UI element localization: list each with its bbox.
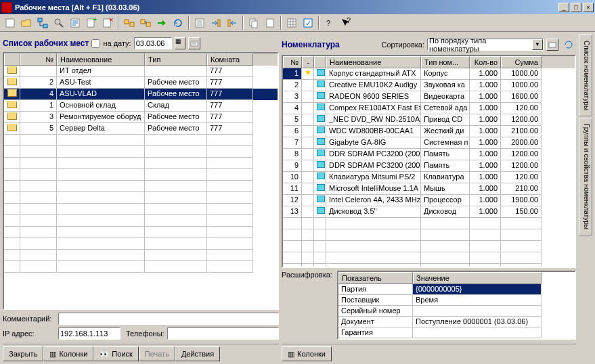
table-row[interactable] [283,241,575,252]
refresh-right-icon[interactable] [561,37,576,52]
phones-input[interactable] [167,327,279,340]
table-row[interactable] [4,158,278,169]
table-row[interactable]: 9DDR SDRAM PC3200 (200Память1.0001200.00 [283,160,575,172]
table-row[interactable]: 5Сервер DeltaРабочее место777 [4,123,278,135]
tool-settings-icon[interactable]: ✓ [301,16,315,30]
table-row[interactable]: 10Клавиатура Mitsumi PS/2Клавиатура1.000… [283,172,575,183]
detail-row[interactable]: Серийный номер [338,306,575,317]
table-row[interactable]: 3RADEON 9600 SERIESВидеокарта1.0001600.0… [283,91,575,103]
nomenclature-grid[interactable]: № - Наименование Тип ном... Кол-во Сумма… [282,55,576,268]
detail-row[interactable]: Гарантия [338,327,575,338]
tool-arrow-right-icon[interactable] [154,16,169,30]
print-button[interactable]: Печать [139,346,175,361]
table-row[interactable] [283,229,575,241]
date-checkbox[interactable] [91,39,100,48]
columns-button-right[interactable]: ▥ Колонки [282,346,332,361]
tool-find-icon[interactable] [51,16,66,30]
table-row[interactable] [283,218,575,229]
col-num-r[interactable]: № [283,56,302,68]
detail-row[interactable]: ДокументПоступление 0000001 (03.03.06) [338,317,575,327]
tool-add-icon[interactable]: + [84,16,99,30]
comment-input[interactable] [58,313,279,325]
table-row[interactable]: 8DDR SDRAM PC3200 (200Память1.0001200.00 [283,149,575,160]
detail-row[interactable]: ПоставщикВремя [338,295,575,306]
table-row[interactable]: 4Compex RE100ATX Fast EtСетевой ада1.000… [283,103,575,114]
table-row[interactable]: ИТ отдел777 [4,66,278,77]
workplaces-grid[interactable]: № Наименование Тип Комната ИТ отдел7772A… [3,52,279,310]
col-flag-r[interactable]: - [302,56,314,68]
table-row[interactable]: 4ASU-VLADРабочее место777 [4,89,278,100]
close-window-button[interactable]: × [583,3,594,12]
col-type[interactable]: Тип [145,53,207,66]
date-input[interactable] [134,37,172,49]
tool-copy-icon[interactable] [246,16,261,30]
side-tab-nomenclature-list[interactable]: Список номенклатуры [579,35,592,116]
col-name-r[interactable]: Наименование [326,56,421,68]
detail-row[interactable]: Партия{0000000005} [338,284,575,295]
side-tab-groups-props[interactable]: Группы и свойства номенклатуры [579,118,592,235]
pager-icon-right[interactable] [546,39,558,51]
table-row[interactable] [283,252,575,264]
table-row[interactable] [4,169,278,181]
col-type-r[interactable]: Тип ном... [421,56,470,68]
table-row[interactable]: 3Ремонтируемое оборудРабочее место777 [4,112,278,123]
col-qty-r[interactable]: Кол-во [470,56,501,68]
table-row[interactable]: 7Gigabyte GA-8IGСистемная п1.0002000.00 [283,137,575,149]
tool-delete-icon[interactable]: × [100,16,115,30]
tool-grid-icon[interactable] [284,16,299,30]
tool-export-icon[interactable] [208,16,223,30]
svg-rect-1 [38,18,42,22]
minimize-button[interactable]: _ [558,3,569,12]
tool-doc-icon[interactable] [263,16,278,30]
table-row[interactable] [4,204,278,215]
table-row[interactable]: 2ASU-TestРабочее место777 [4,77,278,89]
table-row[interactable] [4,261,278,273]
table-row[interactable]: 1Основной складСклад777 [4,100,278,112]
table-row[interactable] [4,192,278,204]
detail-grid[interactable]: Показатель Значение Партия{0000000005}По… [337,271,576,340]
tool-import-icon[interactable] [225,16,240,30]
table-row[interactable]: 11Microsoft IntelliMouse 1.1AМышь1.00021… [283,183,575,195]
maximize-button[interactable]: □ [571,3,581,12]
table-row[interactable]: 12Intel Celeron 4A, 2433 MHzПроцессор1.0… [283,195,575,206]
toolbar: + × ✓ ? ? [0,14,595,32]
detail-col-val[interactable]: Значение [413,272,542,284]
table-row[interactable] [4,215,278,227]
table-row[interactable] [283,264,575,267]
table-row[interactable]: 13Дисковод 3.5''Дисковод1.000150.00 [283,206,575,218]
table-row[interactable]: 5_NEC DVD_RW ND-2510AПривод CD1.0001200.… [283,114,575,126]
pager-icon[interactable] [188,37,200,49]
tool-refresh-icon[interactable] [171,16,185,30]
close-button[interactable]: Закрыть [3,346,43,361]
table-row[interactable] [4,146,278,158]
table-row[interactable] [4,250,278,261]
date-picker-button[interactable]: ▦ [175,37,185,49]
tool-open-icon[interactable] [19,16,34,30]
detail-col-key[interactable]: Показатель [338,272,413,284]
table-row[interactable] [4,227,278,238]
sort-combo[interactable]: По порядку типа номенклатуры ▼ [427,39,544,51]
tool-list-icon[interactable] [192,16,207,30]
tool-link2-icon[interactable] [138,16,153,30]
table-row[interactable] [4,135,278,146]
actions-button[interactable]: Действия [175,346,220,361]
columns-button-left[interactable]: ▥ Колонки [43,346,93,361]
table-row[interactable]: 2Creative EMU10K2 AudigyЗвуковая ка1.000… [283,80,575,91]
tool-tree-icon[interactable] [35,16,50,30]
table-row[interactable]: 1Корпус стандартный ATXКорпус1.0001000.0… [283,68,575,80]
search-button[interactable]: 👀 Поиск [93,346,138,361]
table-row[interactable] [4,238,278,250]
tool-new-icon[interactable] [3,16,18,30]
tool-help-icon[interactable]: ? [322,16,337,30]
tool-edit-icon[interactable] [68,16,83,30]
table-row[interactable] [4,181,278,192]
table-row[interactable]: 6WDC WD800BB-00CAA1Жесткий ди1.0002100.0… [283,126,575,137]
chevron-down-icon[interactable]: ▼ [532,39,543,50]
tool-whatsthis-icon[interactable]: ? [338,16,353,30]
tool-link1-icon[interactable] [122,16,137,30]
col-num[interactable]: № [20,53,57,66]
col-name[interactable]: Наименование [57,53,145,66]
col-sum-r[interactable]: Сумма [501,56,542,68]
col-room[interactable]: Комната [207,53,253,66]
ip-input[interactable] [58,327,120,340]
